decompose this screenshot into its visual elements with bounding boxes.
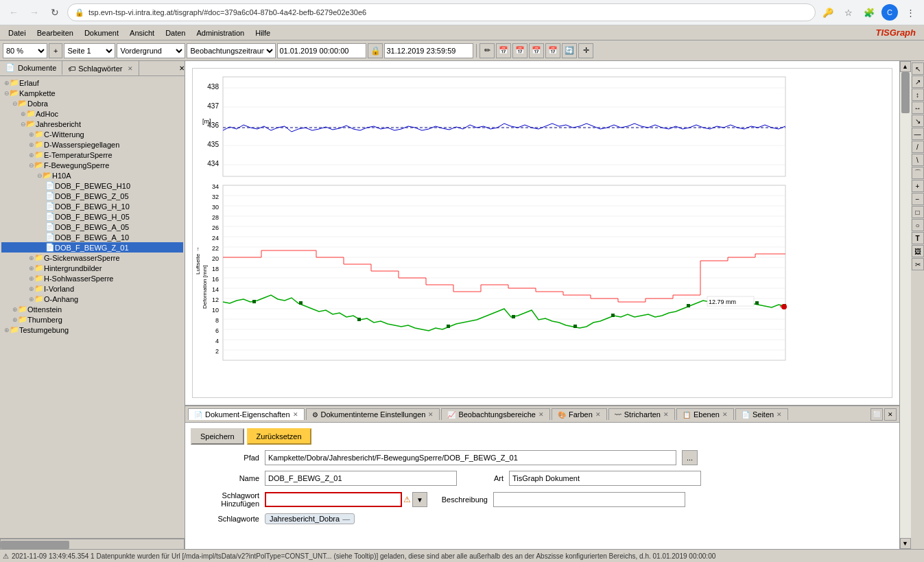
tree-item-jahresbericht[interactable]: ⊖ 📂 Jahresbericht: [1, 119, 183, 129]
btab-close-3[interactable]: ✕: [538, 411, 544, 418]
profile-button[interactable]: C: [881, 4, 898, 21]
tree-item-c-witterung[interactable]: ⊕ 📁 C-Witterung: [1, 129, 183, 139]
back-button[interactable]: ←: [5, 4, 22, 21]
schlagwoerter-close-icon[interactable]: ✕: [128, 65, 133, 72]
tree-item-adhoc[interactable]: ⊕ 📁 AdHoc: [1, 108, 183, 119]
btab-farben[interactable]: 🎨 Farben ✕: [552, 408, 607, 420]
tree-item-h-sohlwassersperre[interactable]: ⊕ 📁 H-SohlwasserSperre: [1, 273, 183, 283]
obs-period-select[interactable]: Beobachtungszeitraum: [187, 43, 276, 58]
scroll-up-btn[interactable]: ▲: [900, 61, 911, 72]
tree-item-dob-f-bewg-z01[interactable]: 📄 DOB_F_BEWG_Z_01: [1, 242, 183, 253]
tab-schlagwoerter[interactable]: 🏷 Schlagwörter ✕: [62, 61, 139, 75]
page-select[interactable]: Seite 1: [64, 43, 115, 58]
btab-close-6[interactable]: ✕: [722, 411, 728, 418]
crosshair-icon-btn[interactable]: ✛: [578, 43, 593, 58]
tree-item-erlauf[interactable]: ⊕ 📁 Erlauf: [1, 78, 183, 88]
btab-close-1[interactable]: ✕: [293, 411, 298, 418]
tree-item-dob-f-bewg-a10[interactable]: 📄 DOB_F_BEWG_A_10: [1, 232, 183, 242]
rt-arrow-topleft-btn[interactable]: ↖: [912, 62, 924, 75]
rt-arrow-leftright-btn[interactable]: ↔: [912, 102, 924, 114]
menu-ansicht[interactable]: Ansicht: [124, 27, 160, 38]
tree-item-h10a[interactable]: ⊖ 📂 H10A: [1, 170, 183, 180]
tree-item-dob-f-bewg-z05[interactable]: 📄 DOB_F_BEWG_Z_05: [1, 191, 183, 201]
menu-bearbeiten[interactable]: Bearbeiten: [32, 27, 79, 38]
rt-line-h-btn[interactable]: —: [912, 128, 924, 140]
rt-text-btn[interactable]: T: [912, 232, 924, 244]
schlagwort-dropdown-btn[interactable]: ▼: [412, 492, 427, 507]
tree-item-g-sickerwassersperre[interactable]: ⊕ 📁 G-SickerwasserSperre: [1, 253, 183, 263]
rt-curve-btn[interactable]: ⌒: [912, 167, 924, 179]
tree-item-f-bewegungsperre[interactable]: ⊖ 📂 F-BewegungSperre: [1, 160, 183, 170]
schlagwort-input[interactable]: [265, 492, 402, 507]
tree-item-o-anhang[interactable]: ⊕ 📁 O-Anhang: [1, 294, 183, 304]
menu-icon-btn[interactable]: ⋮: [902, 4, 919, 21]
save-button[interactable]: Speichern: [191, 428, 244, 445]
rt-scissors-btn[interactable]: ✂: [912, 258, 924, 270]
tree-item-dob-f-bewg-h05[interactable]: 📄 DOB_F_BEWG_H_05: [1, 211, 183, 222]
btab-seiten[interactable]: 📄 Seiten ✕: [735, 408, 788, 420]
btab-close-4[interactable]: ✕: [595, 411, 601, 418]
bottom-panel-close-btn[interactable]: ✕: [884, 408, 897, 421]
btab-dokument-eigenschaften[interactable]: 📄 Dokument-Eigenschaften ✕: [188, 408, 305, 420]
calendar2-icon-btn[interactable]: 📅: [512, 43, 528, 58]
layer-select[interactable]: Vordergrund: [117, 43, 185, 58]
date-to-input[interactable]: [384, 43, 473, 58]
tab-dokumente[interactable]: 📄 Dokumente: [0, 61, 62, 75]
rt-zoom-in-btn[interactable]: +: [912, 180, 924, 192]
rt-line-diag1-btn[interactable]: /: [912, 141, 924, 153]
rt-line-diag2-btn[interactable]: \: [912, 154, 924, 166]
btab-dokumentinterne-einstellungen[interactable]: ⚙ Dokumentinterne Einstellungen ✕: [306, 408, 440, 420]
pfad-input[interactable]: [265, 450, 676, 465]
star-icon-btn[interactable]: ☆: [840, 4, 857, 21]
tree-item-i-vorland[interactable]: ⊕ 📁 I-Vorland: [1, 283, 183, 294]
btab-close-7[interactable]: ✕: [777, 411, 782, 418]
tree-item-dob-f-bewg-h10[interactable]: 📄 DOB_F_BEWG_H_10: [1, 201, 183, 211]
menu-hilfe[interactable]: Hilfe: [250, 27, 276, 38]
calendar3-icon-btn[interactable]: 📅: [529, 43, 544, 58]
rt-circle-btn[interactable]: ○: [912, 219, 924, 231]
menu-daten[interactable]: Daten: [160, 27, 191, 38]
tree-item-thurnberg[interactable]: ⊕ 📁 Thurnberg: [1, 314, 183, 325]
tree-item-dobra[interactable]: ⊖ 📂 Dobra: [1, 98, 183, 108]
menu-administration[interactable]: Administration: [191, 27, 250, 38]
name-input[interactable]: [265, 471, 457, 486]
tree-item-kampkette[interactable]: ⊖ 📂 Kampkette: [1, 88, 183, 98]
h-scrollbar[interactable]: [0, 539, 185, 550]
btab-close-5[interactable]: ✕: [663, 411, 669, 418]
pencil-icon-btn[interactable]: ✏: [479, 43, 495, 58]
lock-button[interactable]: 🔒: [368, 43, 383, 58]
tree-item-dob-f-beweg-h10[interactable]: 📄 DOB_F_BEWEG_H10: [1, 180, 183, 191]
tree-item-hintergrundbilder[interactable]: ⊕ 📁 Hintergrundbilder: [1, 263, 183, 273]
btab-stricharten[interactable]: 〰 Stricharten ✕: [608, 408, 675, 420]
beschreibung-input[interactable]: [493, 492, 685, 507]
btab-ebenen[interactable]: 📋 Ebenen ✕: [676, 408, 734, 420]
rt-select-btn[interactable]: □: [912, 206, 924, 218]
rt-zoom-out-btn[interactable]: −: [912, 193, 924, 205]
rt-arrow-bottomright-btn[interactable]: ↘: [912, 115, 924, 127]
scroll-track[interactable]: [900, 72, 911, 538]
tree-item-dob-f-bewg-a05[interactable]: 📄 DOB_F_BEWG_A_05: [1, 222, 183, 232]
tag-remove-icon[interactable]: —: [342, 515, 350, 523]
calendar4-icon-btn[interactable]: 📅: [545, 43, 560, 58]
art-input[interactable]: [509, 471, 701, 486]
bottom-panel-maximize-btn[interactable]: ⬜: [870, 408, 883, 421]
pfad-browse-button[interactable]: ...: [682, 450, 698, 465]
date-from-input[interactable]: [277, 43, 366, 58]
btab-close-2[interactable]: ✕: [428, 411, 434, 418]
menu-dokument[interactable]: Dokument: [79, 27, 124, 38]
reload-button[interactable]: ↻: [47, 4, 63, 21]
tree-item-ottenstein[interactable]: ⊕ 📁 Ottenstein: [1, 304, 183, 314]
calendar1-icon-btn[interactable]: 📅: [496, 43, 511, 58]
rt-image-btn[interactable]: 🖼: [912, 245, 924, 257]
tree-item-e-temperatursperre[interactable]: ⊕ 📁 E-TemperaturSperre: [1, 150, 183, 160]
left-panel-close-btn[interactable]: ✕: [179, 61, 185, 75]
zoom-add-button[interactable]: +: [49, 43, 62, 58]
rt-arrow-updown-btn[interactable]: ↕: [912, 89, 924, 101]
rt-arrow-topright-btn[interactable]: ↗: [912, 75, 924, 88]
address-bar[interactable]: 🔒 tsp.evn-tsp-vi.intra.iteg.at/tisgraph/…: [67, 3, 816, 21]
btab-beobachtungsbereiche[interactable]: 📈 Beobachtungsbereiche ✕: [441, 408, 550, 420]
menu-datei[interactable]: Datei: [3, 27, 32, 38]
reset-button[interactable]: Zurücksetzen: [247, 428, 311, 445]
zoom-select[interactable]: 80 %: [3, 43, 47, 58]
refresh-icon-btn[interactable]: 🔄: [562, 43, 577, 58]
